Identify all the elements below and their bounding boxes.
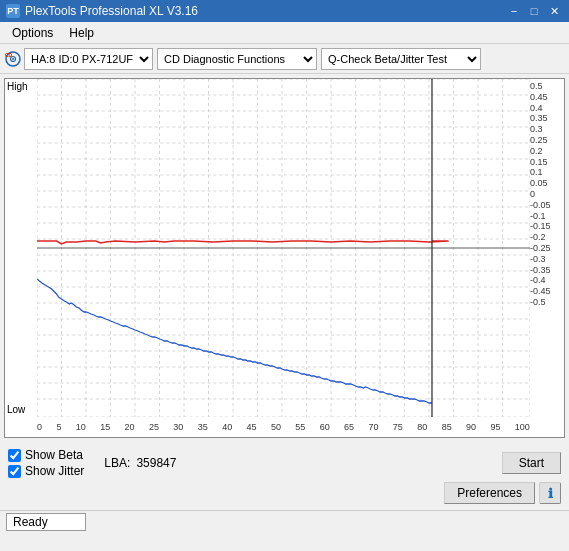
- lba-label: LBA:: [104, 456, 130, 470]
- menu-help[interactable]: Help: [61, 24, 102, 42]
- close-button[interactable]: ✕: [545, 3, 563, 19]
- y-label-low: Low: [7, 404, 25, 415]
- show-jitter-item: Show Jitter: [8, 464, 84, 478]
- device-select[interactable]: HA:8 ID:0 PX-712UF: [24, 48, 153, 70]
- menu-options[interactable]: Options: [4, 24, 61, 42]
- checkbox-group: Show Beta Show Jitter: [8, 448, 84, 478]
- y-label-high: High: [7, 81, 28, 92]
- show-beta-item: Show Beta: [8, 448, 84, 462]
- show-jitter-label: Show Jitter: [25, 464, 84, 478]
- device-icon: CD: [4, 50, 22, 68]
- plot-area: [37, 79, 530, 417]
- bottom-row-main: Show Beta Show Jitter LBA: 359847 Start: [8, 448, 561, 478]
- lba-value: 359847: [136, 456, 176, 470]
- bottom-panel: Show Beta Show Jitter LBA: 359847 Start …: [0, 442, 569, 510]
- show-jitter-checkbox[interactable]: [8, 465, 21, 478]
- svg-text:CD: CD: [5, 52, 13, 58]
- x-axis: 0 5 10 15 20 25 30 35 40 45 50 55 60 65 …: [37, 417, 530, 437]
- prefs-info-row: Preferences ℹ: [8, 482, 561, 504]
- status-bar: Ready: [0, 510, 569, 532]
- chart-area: High Low: [4, 78, 565, 438]
- status-panel: Ready: [6, 513, 86, 531]
- chart-svg: [37, 79, 530, 417]
- title-controls: − □ ✕: [505, 3, 563, 19]
- menu-bar: Options Help: [0, 22, 569, 44]
- svg-point-2: [12, 58, 14, 60]
- preferences-button[interactable]: Preferences: [444, 482, 535, 504]
- title-bar: PT PlexTools Professional XL V3.16 − □ ✕: [0, 0, 569, 22]
- lba-display: LBA: 359847: [104, 456, 176, 470]
- test-select[interactable]: Q-Check Beta/Jitter Test: [321, 48, 481, 70]
- minimize-button[interactable]: −: [505, 3, 523, 19]
- checkboxes-lba: Show Beta Show Jitter LBA: 359847: [8, 448, 176, 478]
- title-bar-left: PT PlexTools Professional XL V3.16: [6, 4, 198, 18]
- app-icon: PT: [6, 4, 20, 18]
- y-axis-right: 0.5 0.45 0.4 0.35 0.3 0.25 0.2 0.15 0.1 …: [530, 79, 564, 417]
- function-select[interactable]: CD Diagnostic Functions: [157, 48, 317, 70]
- status-text: Ready: [13, 515, 48, 529]
- start-button[interactable]: Start: [502, 452, 561, 474]
- show-beta-label: Show Beta: [25, 448, 83, 462]
- maximize-button[interactable]: □: [525, 3, 543, 19]
- show-beta-checkbox[interactable]: [8, 449, 21, 462]
- device-wrapper: CD HA:8 ID:0 PX-712UF: [4, 48, 153, 70]
- info-button[interactable]: ℹ: [539, 482, 561, 504]
- toolbar: CD HA:8 ID:0 PX-712UF CD Diagnostic Func…: [0, 44, 569, 74]
- window-title: PlexTools Professional XL V3.16: [25, 4, 198, 18]
